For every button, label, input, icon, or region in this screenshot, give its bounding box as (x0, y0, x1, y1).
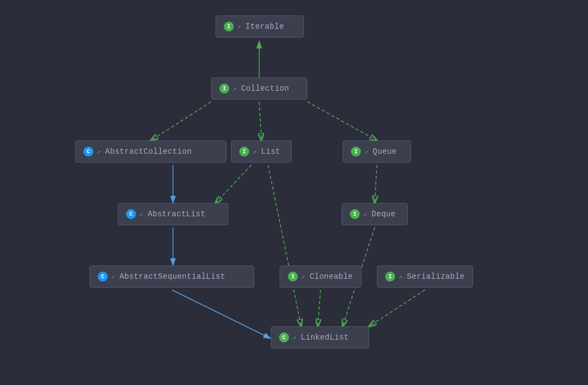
badge-serializable: I (385, 272, 395, 282)
svg-line-8 (216, 165, 251, 203)
badge-collection: I (219, 84, 229, 93)
arrow-icon-abstractsequentiallist: ↗ (111, 273, 115, 281)
badge-list: I (239, 147, 249, 157)
badge-abstractlist: C (126, 209, 136, 219)
node-queue[interactable]: I ↗ Queue (343, 141, 411, 163)
label-cloneable: Cloneable (309, 272, 353, 281)
node-abstractsequentiallist[interactable]: C ↗ AbstractSequentialList (90, 266, 254, 288)
arrow-icon-linkedlist: ↗ (292, 334, 296, 342)
label-iterable: Iterable (245, 22, 284, 31)
arrow-icon-deque: ↗ (363, 210, 367, 218)
node-list[interactable]: I ↗ List (231, 141, 292, 163)
diagram-canvas: I ↗ Iterable I ↗ Collection C ↗ Abstract… (0, 0, 588, 385)
arrow-icon-collection: ↗ (233, 85, 237, 93)
badge-queue: I (351, 147, 361, 157)
arrow-icon-cloneable: ↗ (301, 273, 305, 281)
badge-abstractcollection: C (83, 147, 93, 157)
label-linkedlist: LinkedList (301, 333, 349, 342)
node-linkedlist[interactable]: C ↗ LinkedList (271, 326, 369, 348)
label-queue: Queue (372, 147, 397, 156)
arrow-icon-abstractlist: ↗ (139, 210, 143, 218)
svg-line-13 (172, 290, 271, 339)
node-abstractlist[interactable]: C ↗ AbstractList (118, 203, 228, 225)
badge-iterable: I (224, 22, 234, 32)
arrow-icon-iterable: ↗ (237, 23, 241, 31)
svg-line-15 (369, 290, 425, 326)
label-collection: Collection (241, 84, 289, 93)
badge-linkedlist: C (279, 332, 289, 342)
label-serializable: Serializable (407, 272, 464, 281)
svg-line-10 (375, 165, 377, 203)
node-abstractcollection[interactable]: C ↗ AbstractCollection (75, 141, 227, 163)
label-abstractlist: AbstractList (148, 210, 205, 218)
label-abstractcollection: AbstractCollection (105, 147, 192, 156)
node-serializable[interactable]: I ↗ Serializable (377, 266, 473, 288)
node-iterable[interactable]: I ↗ Iterable (216, 15, 304, 38)
node-collection[interactable]: I ↗ Collection (211, 77, 307, 100)
svg-line-5 (259, 102, 261, 141)
badge-abstractsequentiallist: C (98, 272, 108, 282)
label-abstractsequentiallist: AbstractSequentialList (119, 272, 225, 281)
label-deque: Deque (371, 210, 396, 218)
badge-cloneable: I (288, 272, 298, 282)
label-list: List (261, 147, 280, 156)
arrow-icon-list: ↗ (253, 148, 256, 156)
svg-line-14 (318, 290, 321, 326)
arrow-icon-abstractcollection: ↗ (97, 148, 101, 156)
badge-deque: I (350, 209, 360, 219)
arrow-icon-serializable: ↗ (398, 273, 402, 281)
arrow-icon-queue: ↗ (364, 148, 368, 156)
svg-line-6 (307, 102, 377, 141)
svg-line-9 (268, 165, 301, 326)
node-cloneable[interactable]: I ↗ Cloneable (280, 266, 361, 288)
node-deque[interactable]: I ↗ Deque (342, 203, 408, 225)
svg-line-4 (151, 102, 211, 141)
